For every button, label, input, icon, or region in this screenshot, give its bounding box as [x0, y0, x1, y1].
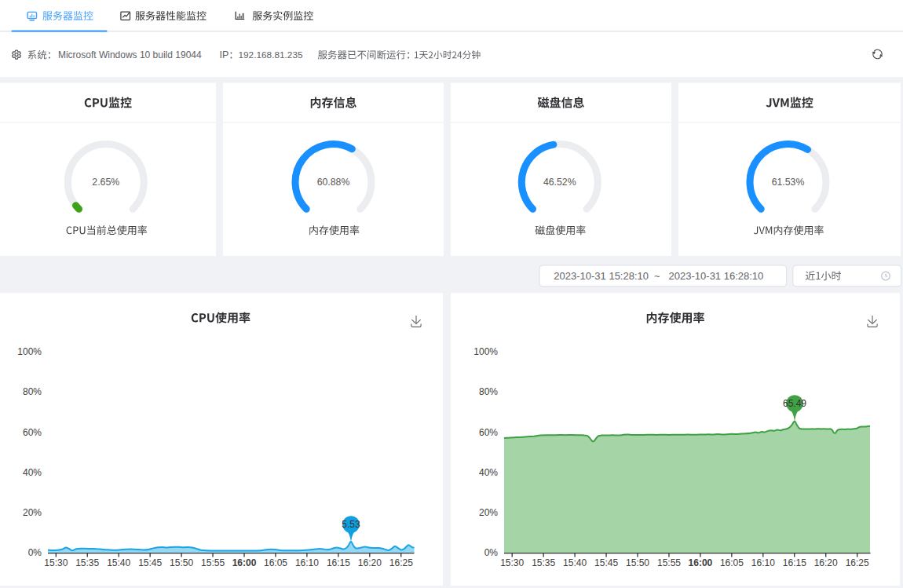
svg-text:16:05: 16:05 [720, 557, 744, 568]
svg-text:16:00: 16:00 [232, 557, 257, 568]
svg-text:15:45: 15:45 [138, 557, 162, 568]
svg-text:100%: 100% [473, 346, 498, 357]
svg-text:15:45: 15:45 [594, 557, 618, 568]
svg-text:15:50: 15:50 [170, 557, 193, 568]
svg-text:15:40: 15:40 [107, 557, 130, 568]
svg-text:0%: 0% [28, 547, 42, 558]
svg-text:16:25: 16:25 [846, 557, 869, 568]
svg-text:60%: 60% [479, 427, 498, 438]
svg-text:20%: 20% [23, 507, 42, 518]
svg-text:16:15: 16:15 [327, 557, 350, 568]
svg-text:2023-10-31 16:28:10: 2023-10-31 16:28:10 [669, 270, 764, 282]
svg-text:60.88%: 60.88% [317, 177, 350, 188]
svg-text:80%: 80% [479, 386, 498, 397]
svg-text:~: ~ [654, 271, 660, 282]
svg-text:20%: 20% [479, 507, 498, 518]
svg-text:Microsoft Windows 10 build 190: Microsoft Windows 10 build 19044 [58, 49, 202, 60]
svg-text:61.53%: 61.53% [772, 177, 805, 188]
svg-text:16:25: 16:25 [389, 557, 413, 568]
svg-text:0%: 0% [484, 547, 499, 558]
svg-text:15:55: 15:55 [201, 557, 225, 568]
svg-text:15:30: 15:30 [500, 557, 524, 568]
svg-text:IP: IP [220, 49, 229, 60]
svg-text:15:30: 15:30 [44, 557, 68, 568]
svg-text:2.65%: 2.65% [92, 177, 119, 188]
svg-text:192.168.81.235: 192.168.81.235 [239, 49, 303, 60]
svg-text:16:20: 16:20 [358, 557, 382, 568]
svg-text:15:55: 15:55 [657, 557, 681, 568]
svg-text:80%: 80% [23, 386, 42, 397]
svg-text:40%: 40% [479, 467, 498, 478]
svg-text:15:40: 15:40 [563, 557, 587, 568]
svg-text:16:10: 16:10 [751, 557, 775, 568]
svg-text:16:20: 16:20 [814, 557, 838, 568]
svg-text:16:15: 16:15 [783, 557, 806, 568]
svg-text:5.53: 5.53 [342, 519, 360, 530]
svg-text:16:00: 16:00 [689, 557, 713, 568]
svg-text:65.49: 65.49 [783, 398, 806, 409]
svg-text:60%: 60% [23, 427, 42, 438]
svg-text:2023-10-31 15:28:10: 2023-10-31 15:28:10 [554, 270, 649, 282]
svg-text:15:50: 15:50 [626, 557, 649, 568]
svg-text:15:35: 15:35 [75, 557, 99, 568]
svg-text:15:35: 15:35 [532, 557, 555, 568]
svg-text:46.52%: 46.52% [543, 177, 576, 188]
svg-text:16:05: 16:05 [264, 557, 287, 568]
svg-text:100%: 100% [17, 346, 42, 357]
svg-text:40%: 40% [23, 467, 42, 478]
svg-text:16:10: 16:10 [295, 557, 319, 568]
